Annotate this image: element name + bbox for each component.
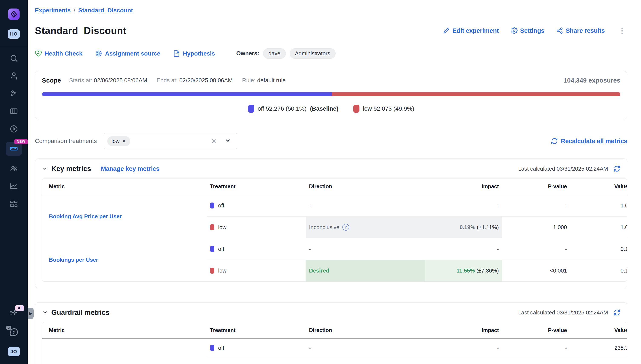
allocation-bar xyxy=(42,92,620,96)
chip-remove-icon[interactable]: ✕ xyxy=(122,138,126,144)
allocation-bar-low xyxy=(332,92,620,96)
page-title: Standard_Discount xyxy=(35,25,126,36)
legend-low: low 52,073 (49.9%) xyxy=(353,105,414,113)
collapse-chevron-icon[interactable] xyxy=(42,166,48,172)
comparison-treatments-select[interactable]: low ✕ ✕ xyxy=(104,133,237,149)
user-avatar[interactable]: JO xyxy=(8,347,20,356)
refresh-icon xyxy=(551,138,558,144)
owner-pill-admins[interactable]: Administrators xyxy=(290,48,336,59)
heart-check-icon xyxy=(35,50,42,57)
dashboards-icon[interactable] xyxy=(9,199,19,209)
ai-assistant-icon[interactable]: AI xyxy=(9,308,19,318)
scope-rule: Rule:default rule xyxy=(242,77,286,84)
more-options-button[interactable]: ⋮ xyxy=(617,26,627,35)
manage-key-metrics-link[interactable]: Manage key metrics xyxy=(101,165,160,172)
refresh-icon[interactable] xyxy=(613,309,620,316)
treatment-swatch-off xyxy=(210,202,214,208)
key-metrics-last-calculated: Last calculated 03/31/2025 02:24AM xyxy=(518,166,608,172)
layers-icon[interactable] xyxy=(9,106,19,116)
key-metrics-title: Key metrics xyxy=(51,165,91,173)
audiences-icon[interactable] xyxy=(9,164,19,174)
new-badge: NEW xyxy=(14,139,28,144)
users-icon[interactable] xyxy=(9,71,19,81)
guardrail-metrics-card: Guardrail metrics Last calculated 03/31/… xyxy=(35,302,627,364)
legend-swatch-low xyxy=(353,105,359,113)
treatment-swatch-off xyxy=(210,246,214,252)
svg-text:?: ? xyxy=(13,330,15,335)
recalculate-all-metrics-button[interactable]: Recalculate all metrics xyxy=(551,138,627,145)
table-header-row: MetricTreatmentDirection ImpactP-valueVa… xyxy=(42,322,627,338)
scope-card: Scope Starts at:02/06/2025 08:06AM Ends … xyxy=(35,71,627,119)
metric-link[interactable]: Bookings per User xyxy=(49,256,98,263)
table-row: Booking Avg Price per User off - - - 1.0 xyxy=(42,195,627,216)
document-icon xyxy=(173,50,180,57)
table-row: off - - - 238.3 xyxy=(42,338,627,357)
guardrail-last-calculated: Last calculated 03/31/2025 02:24AM xyxy=(518,309,608,316)
search-icon[interactable] xyxy=(9,54,19,63)
breadcrumb: Experiments / Standard_Discount xyxy=(35,7,627,14)
select-divider xyxy=(221,136,221,146)
scope-starts: Starts at:02/06/2025 08:06AM xyxy=(69,77,147,84)
exposures-count: 104,349 exposures xyxy=(563,77,620,84)
guardrail-metrics-table: MetricTreatmentDirection ImpactP-valueVa… xyxy=(42,322,627,364)
breadcrumb-separator: / xyxy=(74,7,75,14)
pulse-icon[interactable] xyxy=(9,124,19,134)
help-count-badge: 2 xyxy=(7,326,11,330)
key-metrics-table: MetricTreatmentDirection ImpactP-valueVa… xyxy=(42,178,627,282)
share-results-button[interactable]: Share results xyxy=(556,27,605,34)
breadcrumb-experiments[interactable]: Experiments xyxy=(35,7,71,14)
help-icon[interactable]: ? xyxy=(342,224,349,230)
collapse-chevron-icon[interactable] xyxy=(42,310,48,316)
org-avatar[interactable]: HO xyxy=(8,29,20,39)
gear-icon xyxy=(511,27,517,34)
treatment-chip-low[interactable]: low ✕ xyxy=(107,136,130,146)
ai-badge: AI xyxy=(15,305,24,311)
hypothesis-link[interactable]: Hypothesis xyxy=(173,50,215,57)
sidebar-expand-handle[interactable]: ▶ xyxy=(28,308,34,319)
pencil-icon xyxy=(443,27,450,34)
select-clear-icon[interactable]: ✕ xyxy=(208,138,220,145)
treatment-swatch-off xyxy=(210,345,214,351)
edit-experiment-button[interactable]: Edit experiment xyxy=(443,27,499,34)
metric-link[interactable]: Booking Avg Price per User xyxy=(49,213,122,220)
refresh-icon[interactable] xyxy=(613,165,620,172)
scope-title: Scope xyxy=(42,77,61,84)
settings-button[interactable]: Settings xyxy=(511,27,544,34)
legend-swatch-off xyxy=(248,105,254,113)
owners-label: Owners: xyxy=(236,50,259,57)
legend-off: off 52,276 (50.1%) (Baseline) xyxy=(248,105,339,113)
metrics-chart-icon[interactable] xyxy=(9,181,19,191)
target-icon xyxy=(95,50,102,57)
statsig-logo-icon[interactable] xyxy=(8,8,20,20)
help-chat-icon[interactable]: 2 ? xyxy=(9,328,19,338)
experiments-icon-active[interactable]: NEW xyxy=(6,142,22,156)
share-icon xyxy=(556,27,563,34)
health-check-link[interactable]: Health Check xyxy=(35,50,82,57)
comparison-treatments-label: Comparison treatments xyxy=(35,138,97,144)
assignment-source-link[interactable]: Assignment source xyxy=(95,50,160,57)
treatment-swatch-low xyxy=(210,224,214,230)
sidebar: HO NEW xyxy=(0,0,28,364)
table-row: Bookings per User off - - - 0.1 xyxy=(42,238,627,260)
sidebar-divider xyxy=(0,46,28,46)
scope-ends: Ends at:02/20/2025 08:06AM xyxy=(157,77,233,84)
key-metrics-card: Key metrics Manage key metrics Last calc… xyxy=(35,158,627,288)
chevron-down-icon[interactable] xyxy=(223,138,233,145)
treatment-swatch-low xyxy=(210,268,214,274)
breadcrumb-current[interactable]: Standard_Discount xyxy=(78,7,133,14)
guardrail-metrics-title: Guardrail metrics xyxy=(51,308,109,316)
table-header-row: MetricTreatmentDirection ImpactP-valueVa… xyxy=(42,178,627,195)
owner-pill-dave[interactable]: dave xyxy=(263,48,286,59)
allocation-bar-off xyxy=(42,92,332,96)
feature-gates-icon[interactable] xyxy=(9,89,19,98)
